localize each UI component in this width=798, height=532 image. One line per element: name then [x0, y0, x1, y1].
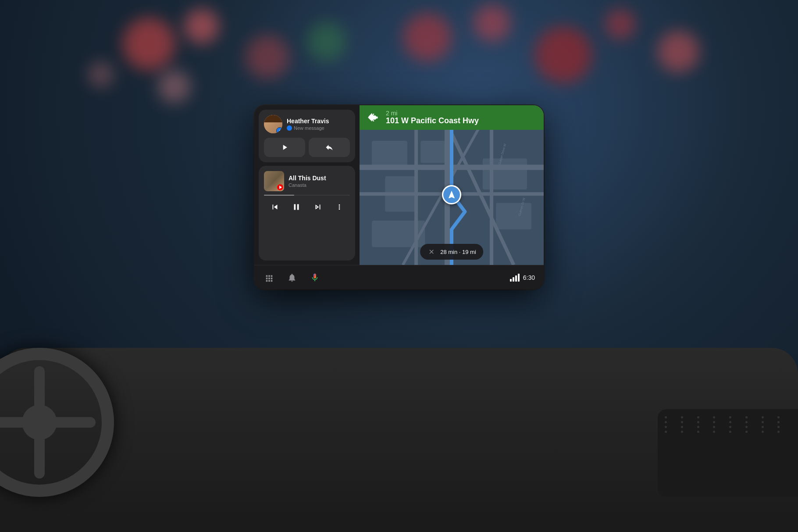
music-info: All This Dust Canasta	[289, 175, 350, 188]
map-panel: Guldan Drive W Gulman Dr W 2 mi	[360, 105, 544, 265]
reply-message-button[interactable]	[309, 138, 350, 157]
nav-road-name: 101 W Pacific Coast Hwy	[386, 117, 537, 125]
artist-name: Canasta	[289, 182, 350, 188]
speaker-right	[658, 409, 798, 497]
svg-rect-2	[372, 141, 407, 168]
car-dot	[442, 185, 461, 204]
pause-button[interactable]	[289, 199, 304, 215]
messenger-badge: f	[276, 127, 282, 133]
yt-music-badge	[277, 184, 283, 190]
steering-wheel	[0, 348, 114, 497]
contact-name: Heather Travis	[287, 118, 350, 125]
message-subtitle: New message	[287, 125, 350, 131]
clock: 6:30	[523, 274, 535, 281]
signal-bar-1	[510, 279, 512, 282]
avatar: f	[264, 115, 282, 133]
music-card: All This Dust Canasta	[259, 166, 355, 261]
steering-wheel-area	[0, 225, 167, 532]
progress-bar	[264, 195, 350, 196]
message-card: f Heather Travis New message	[259, 110, 355, 162]
song-title: All This Dust	[289, 175, 350, 182]
svg-rect-3	[420, 141, 447, 163]
close-eta-button[interactable]	[427, 247, 436, 256]
mic-button[interactable]	[309, 271, 321, 284]
signal-bar-3	[515, 275, 517, 282]
message-type-icon	[287, 125, 292, 131]
turn-arrow-icon	[367, 111, 381, 125]
progress-fill	[264, 195, 294, 196]
play-message-button[interactable]	[264, 138, 305, 157]
bottom-left-icons	[263, 271, 321, 284]
album-art	[264, 171, 284, 191]
nav-info: 2 mi 101 W Pacific Coast Hwy	[386, 110, 537, 125]
message-info: Heather Travis New message	[287, 118, 350, 131]
left-panel: f Heather Travis New message	[254, 105, 360, 265]
signal-bar-2	[513, 277, 514, 282]
android-auto-display: f Heather Travis New message	[254, 105, 544, 289]
signal-bars	[510, 274, 520, 282]
svg-rect-5	[483, 158, 527, 189]
eta-badge: 28 min · 19 mi	[420, 244, 483, 260]
message-actions	[264, 138, 350, 157]
more-options-button[interactable]	[331, 199, 347, 215]
music-controls	[264, 199, 350, 215]
svg-rect-6	[496, 203, 531, 229]
next-button[interactable]	[310, 199, 326, 215]
grid-button[interactable]	[263, 271, 275, 284]
signal-bar-4	[518, 274, 520, 282]
prev-button[interactable]	[267, 199, 283, 215]
bottom-bar: 6:30	[254, 265, 544, 289]
nav-header: 2 mi 101 W Pacific Coast Hwy	[360, 105, 544, 130]
eta-text: 28 min · 19 mi	[440, 249, 476, 255]
bell-button[interactable]	[286, 271, 298, 284]
bottom-right-status: 6:30	[510, 274, 535, 282]
nav-distance: 2 mi	[386, 110, 537, 117]
car-position	[442, 185, 461, 204]
